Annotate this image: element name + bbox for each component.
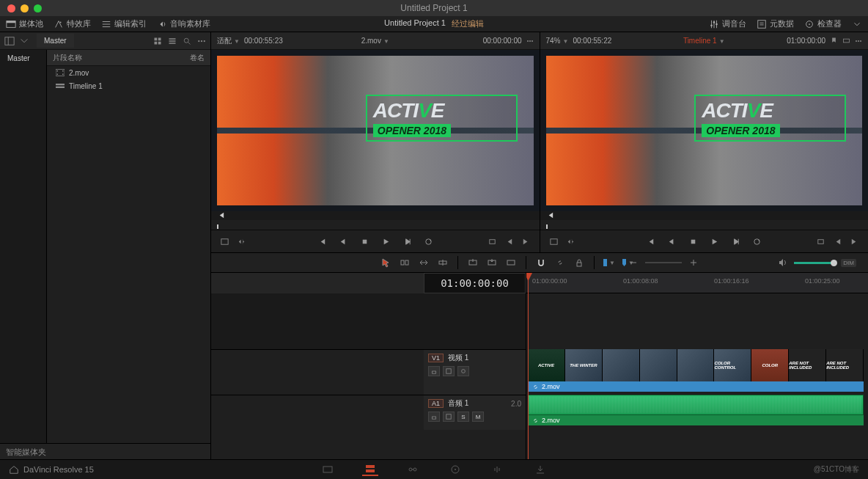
flag-dropdown[interactable]: ▼ [603,257,615,268]
in-out-icon[interactable] [237,237,246,246]
media-page-tab[interactable] [320,463,336,476]
effects-library-toggle[interactable]: 特效库 [54,18,91,29]
expand-toggle[interactable] [852,18,862,29]
program-scrubber[interactable] [540,220,869,230]
edit-index-toggle[interactable]: 编辑索引 [101,18,147,29]
next-frame-button[interactable] [731,237,740,246]
timeline-timecode[interactable]: 01:00:00:00 [424,273,526,293]
source-clip-name[interactable]: 2.mov▼ [361,37,389,45]
loop-button[interactable] [752,237,762,246]
minimize-window-button[interactable] [21,4,29,12]
insert-icon[interactable] [816,237,825,246]
zoom-in-button[interactable] [688,257,699,268]
fairlight-page-tab[interactable] [490,463,506,476]
program-timeline-name[interactable]: Timeline 1▼ [683,37,725,45]
program-screen[interactable]: ACTIVE OPENER 2018 [540,50,869,211]
program-marker-icon[interactable] [830,37,838,45]
program-options-icon[interactable] [855,37,862,45]
media-item-timeline[interactable]: Timeline 1 [47,79,210,92]
metadata-toggle[interactable]: 元数据 [757,18,794,29]
svg-point-28 [529,40,531,42]
fusion-page-tab[interactable] [405,463,421,476]
in-out-icon[interactable] [566,237,575,246]
sound-library-toggle[interactable]: 音响素材库 [157,18,210,29]
program-zoom-dropdown[interactable]: 74%▼ [546,37,569,45]
prev-frame-button[interactable] [339,237,348,246]
zoom-slider[interactable] [645,262,682,263]
solo-button[interactable]: S [457,412,469,422]
volume-slider[interactable] [794,262,835,264]
selection-tool[interactable] [380,257,391,268]
dim-button[interactable]: DIM [841,259,856,267]
dynamic-trim-tool[interactable] [418,257,430,268]
match-frame-icon[interactable] [220,237,229,246]
zoom-window-button[interactable] [34,4,42,12]
lock-toggle[interactable] [573,257,585,268]
next-frame-button[interactable] [402,237,412,246]
stop-button[interactable] [688,237,698,246]
deliver-page-tab[interactable] [532,463,548,476]
source-screen[interactable]: ACTIVE OPENER 2018 [211,50,540,211]
first-frame-button[interactable] [646,237,655,246]
svg-rect-39 [818,239,823,244]
track-lock-button[interactable] [428,366,440,376]
close-window-button[interactable] [7,4,15,12]
link-toggle[interactable] [554,257,566,268]
jump-start-icon[interactable] [546,211,554,219]
search-icon[interactable] [183,37,191,45]
track-disable-button[interactable] [457,366,469,376]
insert-icon[interactable] [488,237,497,246]
video-track-header[interactable]: V1视频 1 [424,350,526,395]
media-item-clip[interactable]: 2.mov [47,66,210,79]
replace-icon[interactable] [850,237,859,246]
panel-layout-icon[interactable] [4,36,15,46]
program-bypass-icon[interactable] [842,37,850,45]
overwrite-icon[interactable] [833,237,842,246]
home-icon[interactable] [9,464,19,475]
jump-start-icon[interactable] [217,211,225,219]
sidebar-master-bin[interactable]: Master [0,51,46,65]
playhead[interactable] [528,273,529,459]
audio-clip-label[interactable]: 2.mov [528,415,864,425]
stop-button[interactable] [360,237,369,246]
svg-rect-55 [433,417,436,419]
breadcrumb-master[interactable]: Master [37,34,74,48]
source-fit-dropdown[interactable]: 适配▼ [217,36,240,46]
thumbnail-view-icon[interactable] [153,37,162,45]
video-clip-label[interactable]: 2.mov [528,381,864,392]
mute-button[interactable]: M [472,412,484,422]
media-pool-toggle[interactable]: 媒体池 [6,18,43,29]
source-scrubber[interactable] [211,220,540,230]
match-frame-icon[interactable] [549,237,559,246]
auto-select-button[interactable] [443,366,455,376]
source-options-icon[interactable] [526,37,534,45]
replace-clip-button[interactable] [505,257,517,268]
panel-expand-icon[interactable] [19,36,29,46]
replace-icon[interactable] [521,237,531,246]
list-view-icon[interactable] [168,37,177,45]
inspector-toggle[interactable]: 检查器 [804,18,842,29]
blade-tool[interactable] [437,257,449,268]
overwrite-clip-button[interactable] [486,257,498,268]
edit-page-tab[interactable] [362,463,378,476]
loop-button[interactable] [424,237,433,246]
auto-select-button[interactable] [443,412,455,422]
audio-track-header[interactable]: A1音频 12.0 S M [424,395,526,430]
mixer-toggle[interactable]: 调音台 [709,18,746,29]
zoom-out-button[interactable] [628,257,639,268]
prev-frame-button[interactable] [667,237,677,246]
trim-tool[interactable] [399,257,411,268]
svg-point-36 [860,40,861,42]
play-button[interactable] [710,237,719,246]
track-lock-button[interactable] [428,412,440,422]
play-button[interactable] [381,237,391,246]
overwrite-icon[interactable] [504,237,514,246]
first-frame-button[interactable] [317,237,327,246]
video-clip[interactable]: ACTIVE THE WINTER COLOR CONTROL COLOR AR… [528,349,864,381]
snapping-toggle[interactable] [535,257,547,268]
insert-clip-button[interactable] [467,257,479,268]
audio-clip[interactable] [528,395,864,415]
volume-icon[interactable] [778,257,788,268]
options-icon[interactable] [197,37,206,45]
color-page-tab[interactable] [447,463,463,476]
